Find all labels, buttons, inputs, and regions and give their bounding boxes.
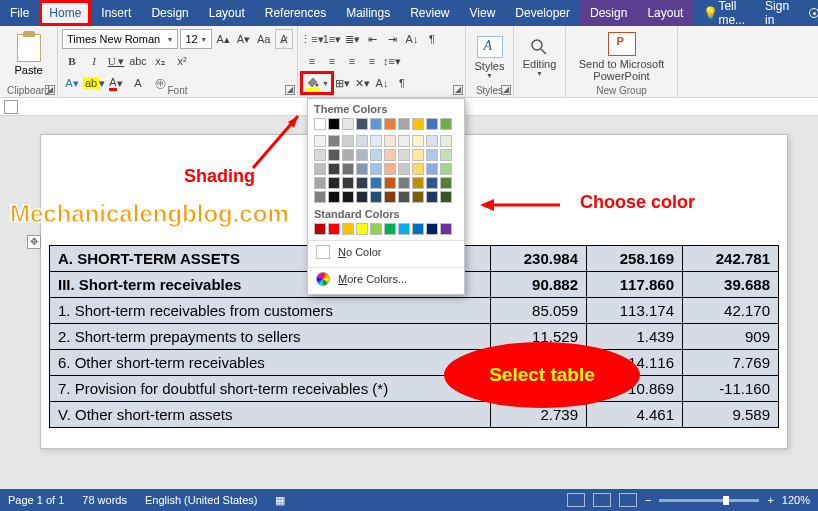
- tab-developer[interactable]: Developer: [505, 0, 580, 26]
- bullets-button[interactable]: ⋮≡▾: [302, 29, 322, 49]
- color-swatch[interactable]: [314, 135, 326, 147]
- justify-button[interactable]: ≡: [362, 51, 382, 71]
- color-swatch[interactable]: [328, 223, 340, 235]
- color-swatch[interactable]: [356, 177, 368, 189]
- asian-layout-button[interactable]: ✕▾: [352, 73, 372, 93]
- zoom-slider[interactable]: [659, 499, 759, 502]
- align-left-button[interactable]: ≡: [302, 51, 322, 71]
- sign-in[interactable]: Sign in: [755, 0, 799, 26]
- color-swatch[interactable]: [356, 149, 368, 161]
- decrease-indent-button[interactable]: ⇤: [362, 29, 382, 49]
- color-swatch[interactable]: [314, 149, 326, 161]
- color-swatch[interactable]: [426, 135, 438, 147]
- color-swatch[interactable]: [426, 118, 438, 130]
- borders-button[interactable]: ⊞▾: [332, 73, 352, 93]
- color-swatch[interactable]: [328, 149, 340, 161]
- paste-button[interactable]: Paste: [4, 28, 53, 82]
- color-swatch[interactable]: [356, 118, 368, 130]
- color-swatch[interactable]: [328, 163, 340, 175]
- tab-file[interactable]: File: [0, 0, 39, 26]
- color-swatch[interactable]: [426, 177, 438, 189]
- clipboard-launcher[interactable]: ◢: [45, 85, 55, 95]
- color-swatch[interactable]: [328, 135, 340, 147]
- tab-view[interactable]: View: [460, 0, 506, 26]
- send-to-powerpoint-button[interactable]: Send to Microsoft PowerPoint: [579, 30, 665, 84]
- tab-selector[interactable]: [4, 100, 18, 114]
- color-swatch[interactable]: [412, 191, 424, 203]
- color-swatch[interactable]: [384, 135, 396, 147]
- table-move-handle[interactable]: ✥: [27, 235, 41, 249]
- styles-launcher[interactable]: ◢: [501, 85, 511, 95]
- italic-button[interactable]: I: [84, 51, 104, 71]
- tab-table-layout[interactable]: Layout: [637, 0, 693, 26]
- color-swatch[interactable]: [328, 118, 340, 130]
- strikethrough-button[interactable]: abc: [128, 51, 148, 71]
- align-right-button[interactable]: ≡: [342, 51, 362, 71]
- color-swatch[interactable]: [370, 118, 382, 130]
- font-name-combo[interactable]: Times New Roman▼: [62, 29, 178, 49]
- color-swatch[interactable]: [440, 118, 452, 130]
- color-swatch[interactable]: [412, 149, 424, 161]
- show-marks-button[interactable]: ¶: [422, 29, 442, 49]
- more-colors-item[interactable]: More Colors...: [308, 268, 464, 290]
- color-swatch[interactable]: [342, 177, 354, 189]
- tab-design[interactable]: Design: [141, 0, 198, 26]
- tell-me[interactable]: 💡 Tell me...: [693, 0, 755, 26]
- color-swatch[interactable]: [342, 149, 354, 161]
- font-launcher[interactable]: ◢: [285, 85, 295, 95]
- shading-button[interactable]: ▼: [302, 73, 332, 93]
- paragraph-marks-button[interactable]: ¶: [392, 73, 412, 93]
- table-row[interactable]: 1. Short-term receivables from customers…: [50, 298, 779, 324]
- no-color-item[interactable]: No Color: [308, 241, 464, 263]
- sort-button[interactable]: A↓: [402, 29, 422, 49]
- color-swatch[interactable]: [370, 149, 382, 161]
- color-swatch[interactable]: [440, 177, 452, 189]
- view-web-layout[interactable]: [619, 493, 637, 507]
- color-swatch[interactable]: [342, 118, 354, 130]
- zoom-level[interactable]: 120%: [782, 494, 810, 506]
- color-swatch[interactable]: [440, 163, 452, 175]
- color-swatch[interactable]: [440, 149, 452, 161]
- color-swatch[interactable]: [384, 163, 396, 175]
- color-swatch[interactable]: [384, 118, 396, 130]
- color-swatch[interactable]: [440, 191, 452, 203]
- color-swatch[interactable]: [440, 135, 452, 147]
- color-swatch[interactable]: [314, 223, 326, 235]
- tab-home[interactable]: Home: [39, 0, 91, 26]
- color-swatch[interactable]: [356, 223, 368, 235]
- clear-formatting-button[interactable]: A̷: [275, 29, 293, 49]
- color-swatch[interactable]: [384, 177, 396, 189]
- status-words[interactable]: 78 words: [82, 494, 127, 506]
- multilevel-button[interactable]: ≣▾: [342, 29, 362, 49]
- color-swatch[interactable]: [412, 118, 424, 130]
- color-swatch[interactable]: [370, 163, 382, 175]
- color-swatch[interactable]: [398, 177, 410, 189]
- color-swatch[interactable]: [356, 135, 368, 147]
- color-swatch[interactable]: [384, 191, 396, 203]
- color-swatch[interactable]: [314, 118, 326, 130]
- line-spacing-button[interactable]: ↕≡▾: [382, 51, 402, 71]
- zoom-in-button[interactable]: +: [767, 494, 773, 506]
- styles-button[interactable]: Styles ▼: [475, 30, 505, 84]
- zoom-out-button[interactable]: −: [645, 494, 651, 506]
- color-swatch[interactable]: [356, 163, 368, 175]
- color-swatch[interactable]: [342, 135, 354, 147]
- view-read-mode[interactable]: [567, 493, 585, 507]
- increase-indent-button[interactable]: ⇥: [382, 29, 402, 49]
- color-swatch[interactable]: [370, 223, 382, 235]
- table-row[interactable]: 6. Other short-term receivables 2.745 14…: [50, 350, 779, 376]
- status-page[interactable]: Page 1 of 1: [8, 494, 64, 506]
- color-swatch[interactable]: [314, 177, 326, 189]
- color-swatch[interactable]: [426, 191, 438, 203]
- color-swatch[interactable]: [384, 149, 396, 161]
- tab-review[interactable]: Review: [400, 0, 459, 26]
- color-swatch[interactable]: [342, 223, 354, 235]
- sort-button-2[interactable]: A↓: [372, 73, 392, 93]
- color-swatch[interactable]: [412, 177, 424, 189]
- color-swatch[interactable]: [328, 191, 340, 203]
- color-swatch[interactable]: [412, 223, 424, 235]
- color-swatch[interactable]: [342, 163, 354, 175]
- align-center-button[interactable]: ≡: [322, 51, 342, 71]
- color-swatch[interactable]: [398, 223, 410, 235]
- color-swatch[interactable]: [398, 118, 410, 130]
